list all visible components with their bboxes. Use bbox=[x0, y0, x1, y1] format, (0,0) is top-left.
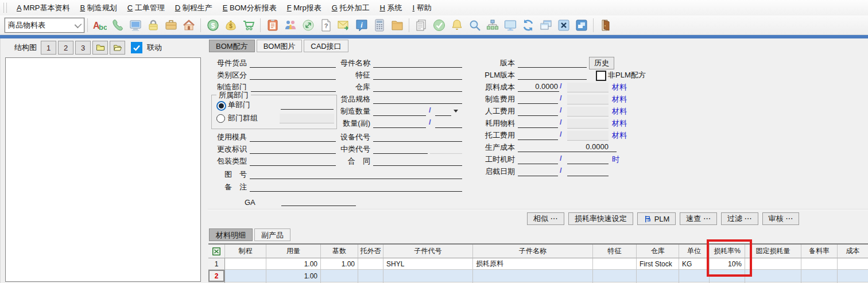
table-cell[interactable]: 10% bbox=[710, 258, 745, 270]
home-icon[interactable] bbox=[181, 17, 196, 33]
table-cell[interactable]: 损耗原料 bbox=[473, 258, 593, 270]
top-tab-3[interactable]: CAD接口 bbox=[304, 40, 348, 52]
computer-icon[interactable] bbox=[127, 17, 143, 33]
package-type-input[interactable] bbox=[250, 156, 336, 166]
menu-item-d[interactable]: D 制程生产 bbox=[170, 1, 218, 15]
change-flag-input[interactable] bbox=[250, 144, 336, 154]
lock-icon[interactable] bbox=[145, 17, 161, 33]
equip-code-input[interactable] bbox=[373, 132, 462, 142]
top-tab-2[interactable]: BOM图片 bbox=[257, 40, 303, 52]
copy-docs-icon[interactable] bbox=[413, 17, 429, 33]
material-cost-link[interactable]: 材料 bbox=[612, 82, 627, 92]
plm-button[interactable]: PLM bbox=[637, 212, 676, 225]
column-header[interactable]: 单位 bbox=[679, 245, 710, 258]
menu-item-h[interactable]: H 系统 bbox=[374, 1, 407, 15]
audit-button[interactable]: 审核 ⋯ bbox=[762, 212, 800, 225]
column-header[interactable]: 损耗率% bbox=[710, 245, 745, 258]
loss-rate-quick-set-button[interactable]: 损耗率快速设定 bbox=[568, 212, 633, 225]
calculator-icon[interactable] bbox=[371, 17, 387, 33]
similar-button[interactable]: 相似 ⋯ bbox=[527, 212, 564, 225]
consumables-link[interactable]: 材料 bbox=[612, 118, 627, 129]
table-cell[interactable] bbox=[473, 270, 593, 282]
column-header[interactable]: 仓库 bbox=[637, 245, 679, 258]
labor-fee-input[interactable] bbox=[518, 106, 558, 116]
outwork-fee-input[interactable] bbox=[518, 130, 558, 140]
outwork-fee-link[interactable]: 材料 bbox=[612, 130, 627, 141]
table-cell[interactable] bbox=[637, 270, 679, 282]
mail-send-icon[interactable] bbox=[336, 17, 351, 33]
table-cell[interactable] bbox=[745, 270, 801, 282]
mfg-qty-input[interactable] bbox=[373, 106, 426, 116]
dept-group-radio[interactable] bbox=[216, 114, 225, 123]
menu-item-g[interactable]: G 托外加工 bbox=[327, 1, 375, 15]
menu-item-c[interactable]: C 工单管理 bbox=[122, 1, 170, 15]
doc-question-icon[interactable]: ? bbox=[318, 17, 334, 33]
start-date-input[interactable] bbox=[518, 166, 558, 176]
table-cell[interactable]: 1.00 bbox=[266, 270, 321, 282]
check-circle-icon[interactable] bbox=[431, 17, 447, 33]
table-cell[interactable] bbox=[838, 270, 868, 282]
toolbar-grip[interactable] bbox=[3, 3, 7, 13]
consumables-input[interactable] bbox=[518, 118, 558, 128]
table-cell[interactable] bbox=[321, 270, 358, 282]
table-cell[interactable] bbox=[801, 270, 838, 282]
menu-item-b[interactable]: B 制造规划 bbox=[75, 1, 122, 15]
abc-letters-icon[interactable]: Abc bbox=[92, 17, 107, 33]
table-cell[interactable] bbox=[593, 258, 637, 270]
shopping-cart-icon[interactable] bbox=[241, 17, 256, 33]
version-input[interactable] bbox=[518, 58, 587, 68]
table-cell[interactable] bbox=[225, 258, 266, 270]
parent-item-input[interactable] bbox=[250, 58, 336, 68]
qty-sub-input[interactable] bbox=[373, 118, 426, 128]
link-arrows-icon[interactable] bbox=[300, 17, 316, 33]
material-cost-input[interactable]: 0.0000 bbox=[518, 82, 559, 92]
end-date-input[interactable] bbox=[567, 166, 609, 176]
expand-folder-button[interactable] bbox=[110, 41, 125, 55]
restore-window-icon[interactable] bbox=[574, 17, 589, 33]
bottom-tab-1[interactable]: 材料明细 bbox=[209, 228, 253, 241]
menu-item-e[interactable]: E BOM分析报表 bbox=[218, 1, 282, 15]
mfg-qty-unit-input[interactable] bbox=[435, 106, 451, 116]
menu-item-i[interactable]: I 帮助 bbox=[407, 1, 436, 15]
table-cell[interactable] bbox=[383, 270, 473, 282]
machine-hours-input[interactable] bbox=[567, 154, 609, 164]
single-dept-radio[interactable] bbox=[216, 101, 226, 111]
table-cell[interactable] bbox=[225, 270, 266, 282]
column-header[interactable]: 子件代号 bbox=[383, 245, 473, 258]
column-header[interactable]: 基数 bbox=[321, 245, 358, 258]
table-cell[interactable] bbox=[358, 270, 383, 282]
mfg-fee-input[interactable] bbox=[518, 94, 558, 104]
mfg-dept-input[interactable] bbox=[250, 82, 336, 92]
plm-version-input[interactable] bbox=[518, 70, 587, 80]
column-header[interactable]: 托外否 bbox=[358, 245, 383, 258]
bom-structure-tree[interactable] bbox=[5, 57, 201, 282]
table-cell[interactable]: 1.00 bbox=[266, 258, 321, 270]
mfg-fee-link[interactable]: 材料 bbox=[612, 94, 627, 104]
table-cell[interactable] bbox=[745, 258, 801, 270]
column-header[interactable]: 用量 bbox=[266, 245, 321, 258]
folder-icon[interactable] bbox=[389, 17, 405, 33]
users-icon[interactable] bbox=[282, 17, 298, 33]
filter-button[interactable]: 过滤 ⋯ bbox=[721, 212, 758, 225]
org-chart-icon[interactable] bbox=[485, 17, 500, 33]
table-cell[interactable]: KG bbox=[679, 258, 710, 270]
clipboard-icon[interactable] bbox=[265, 17, 280, 33]
work-hours-input[interactable] bbox=[518, 154, 558, 164]
cascade-windows-icon[interactable] bbox=[538, 17, 553, 33]
info-icon[interactable]: i bbox=[354, 17, 369, 33]
column-header[interactable]: 备料率 bbox=[801, 245, 838, 258]
menu-item-a[interactable]: A MRP基本资料 bbox=[11, 1, 75, 15]
column-header[interactable]: 特征 bbox=[593, 245, 637, 258]
row-number[interactable]: 1 bbox=[208, 258, 225, 270]
briefcase-icon[interactable] bbox=[163, 17, 179, 33]
money-bag-icon[interactable]: $ bbox=[223, 17, 238, 33]
exit-door-icon[interactable] bbox=[598, 17, 613, 33]
excel-export-icon[interactable] bbox=[208, 245, 225, 258]
bottom-tab-2[interactable]: 副产品 bbox=[254, 228, 290, 241]
drawing-no-input[interactable] bbox=[250, 169, 462, 179]
column-header[interactable]: 成本 bbox=[838, 245, 868, 258]
column-header[interactable]: 子件名称 bbox=[473, 245, 593, 258]
close-window-icon[interactable] bbox=[556, 17, 571, 33]
table-cell[interactable] bbox=[358, 258, 383, 270]
menu-item-f[interactable]: F Mrp报表 bbox=[282, 1, 327, 15]
